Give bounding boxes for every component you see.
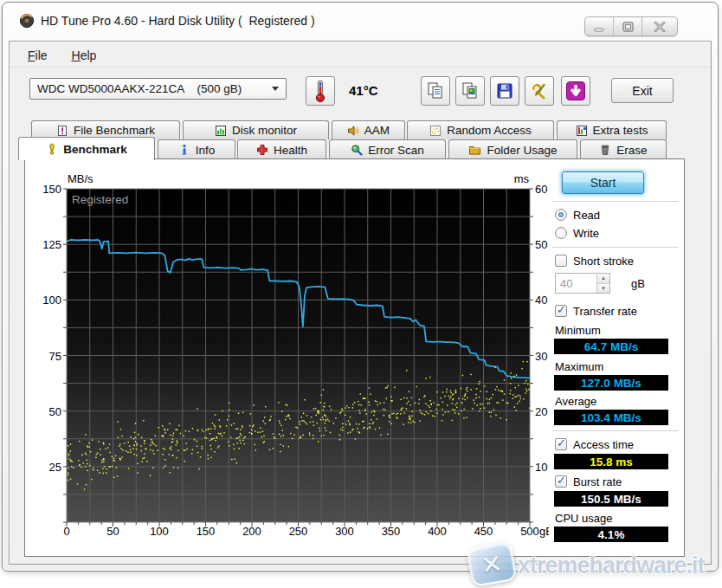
extra-tests-icon [576, 125, 588, 137]
close-button[interactable] [642, 17, 677, 36]
random-access-icon [429, 125, 442, 137]
drive-select-dropdown[interactable]: WDC WD5000AAKX-221CA (500 gB) [29, 78, 287, 100]
maximize-icon [622, 22, 634, 32]
access-time-row[interactable]: Access time [555, 436, 634, 452]
svg-text:350: 350 [382, 525, 401, 538]
thermometer-icon [312, 79, 329, 103]
tab-label: Random Access [447, 124, 532, 137]
copy-image-button[interactable] [455, 76, 485, 106]
save-icon [495, 81, 514, 100]
access-time-label: Access time [573, 438, 634, 451]
file-benchmark-icon [56, 125, 68, 137]
folder-icon [468, 144, 481, 156]
copy-image-icon [461, 81, 480, 100]
tab-erase[interactable]: Erase [580, 139, 667, 159]
transfer-rate-label: Transfer rate [573, 305, 637, 318]
burst-rate-row[interactable]: Burst rate [555, 474, 622, 489]
titlebar: HD Tune Pro 4.60 - Hard Disk Utility ( R… [3, 3, 718, 39]
disk-monitor-icon [215, 125, 227, 137]
short-stroke-checkbox[interactable] [555, 255, 567, 267]
average-label: Average [555, 394, 596, 408]
copy-text-button[interactable] [421, 76, 450, 106]
access-time-checkbox[interactable] [555, 438, 567, 450]
menu-file[interactable]: File [28, 48, 48, 62]
maximize-button[interactable] [614, 17, 642, 36]
tab-health[interactable]: Health [237, 139, 326, 159]
svg-text:100: 100 [150, 525, 169, 538]
tab-benchmark[interactable]: Benchmark [18, 137, 155, 160]
write-radio-row[interactable]: Write [555, 225, 599, 241]
start-button[interactable]: Start [562, 171, 644, 194]
close-icon [654, 22, 666, 32]
svg-text:300: 300 [335, 525, 354, 538]
menu-bar: File Help [10, 44, 710, 68]
minimum-value: 64.7 MB/s [554, 339, 668, 354]
svg-text:50: 50 [49, 405, 61, 418]
svg-text:50: 50 [535, 238, 547, 251]
svg-text:20: 20 [535, 405, 547, 418]
spinner-buttons: ▲ ▼ [596, 274, 609, 293]
tab-label: Info [196, 144, 216, 157]
tab-disk-monitor[interactable]: Disk monitor [183, 120, 329, 139]
read-radio[interactable] [555, 209, 567, 221]
separator [552, 430, 679, 431]
tab-label: Folder Usage [487, 144, 557, 157]
svg-text:200: 200 [242, 525, 261, 538]
app-icon [19, 13, 35, 29]
access-time-value: 15.8 ms [554, 454, 668, 469]
average-value: 103.4 MB/s [554, 410, 668, 425]
health-cross-icon [256, 144, 268, 156]
tools-icon [530, 81, 549, 100]
window-controls [584, 16, 678, 36]
svg-text:125: 125 [42, 238, 61, 251]
info-icon [178, 144, 190, 156]
benchmark-chart: 050100150200250300350400450500gB15012510… [25, 159, 549, 549]
write-radio[interactable] [555, 227, 567, 239]
chevron-down-icon [272, 87, 279, 91]
download-arrow-icon [565, 81, 586, 101]
benchmark-page: 050100150200250300350400450500gB15012510… [24, 158, 685, 557]
window-title: HD Tune Pro 4.60 - Hard Disk Utility ( R… [41, 14, 315, 28]
short-stroke-label: Short stroke [573, 255, 634, 268]
transfer-rate-checkbox[interactable] [555, 305, 567, 317]
screenshot-download-button[interactable] [561, 76, 590, 106]
read-radio-row[interactable]: Read [555, 207, 600, 223]
tab-folder-usage[interactable]: Folder Usage [448, 139, 577, 159]
svg-text:10: 10 [535, 461, 547, 474]
svg-text:40: 40 [535, 294, 547, 307]
transfer-rate-row[interactable]: Transfer rate [555, 303, 637, 319]
save-button[interactable] [490, 76, 519, 106]
tab-label: Disk monitor [232, 124, 297, 137]
spinner-up-icon[interactable]: ▲ [597, 274, 609, 284]
spinner-down-icon[interactable]: ▼ [597, 284, 609, 294]
tab-aam[interactable]: AAM [332, 120, 405, 139]
burst-rate-value: 150.5 MB/s [554, 491, 668, 507]
svg-text:400: 400 [428, 525, 447, 538]
svg-text:50: 50 [106, 525, 119, 538]
temperature-value: 41°C [349, 83, 378, 98]
tab-info[interactable]: Info [158, 139, 235, 159]
exit-button[interactable]: Exit [611, 78, 674, 103]
maximum-value: 127.0 MB/s [554, 375, 668, 391]
minimize-button[interactable] [585, 17, 614, 36]
client-area: File Help WDC WD5000AAKX-221CA (500 gB) … [9, 41, 712, 565]
cpu-usage-value: 4.1% [554, 527, 668, 542]
maximum-label: Maximum [555, 359, 603, 373]
svg-text:150: 150 [42, 183, 61, 196]
short-stroke-row[interactable]: Short stroke [555, 253, 634, 268]
tab-random-access[interactable]: Random Access [407, 120, 554, 139]
menu-help[interactable]: Help [72, 48, 97, 62]
temperature-button[interactable] [306, 76, 335, 106]
exit-label: Exit [632, 84, 652, 98]
trash-icon [599, 144, 611, 156]
svg-text:450: 450 [474, 525, 493, 538]
burst-rate-checkbox[interactable] [555, 475, 567, 488]
tools-button[interactable] [525, 76, 554, 106]
svg-text:75: 75 [49, 350, 61, 363]
tab-label: Erase [616, 144, 647, 157]
tab-error-scan[interactable]: Error Scan [329, 139, 446, 159]
tab-extra-tests[interactable]: Extra tests [557, 120, 667, 139]
short-stroke-size-spinner[interactable]: 40 ▲ ▼ [555, 273, 610, 294]
magnifier-icon [351, 144, 363, 156]
tab-label: Health [274, 144, 307, 157]
